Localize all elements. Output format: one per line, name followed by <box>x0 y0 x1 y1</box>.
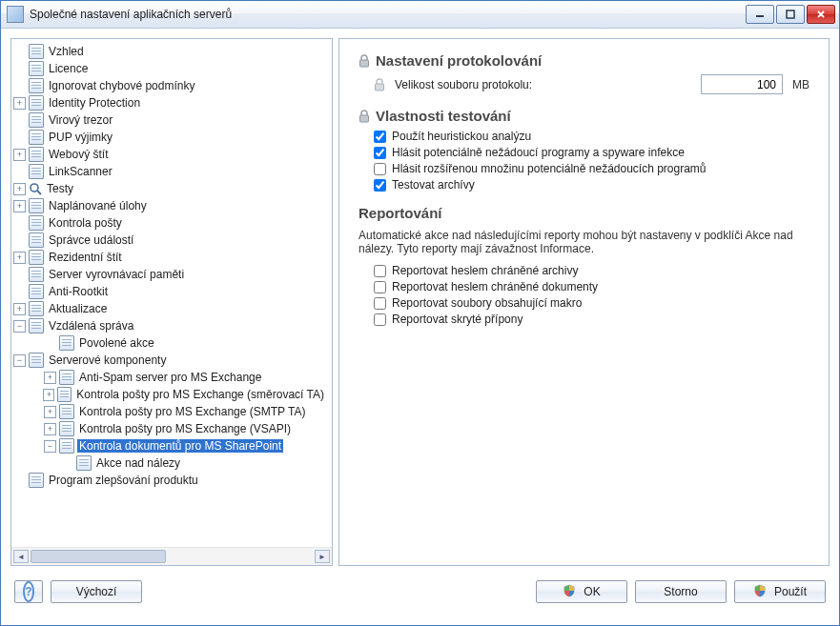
page-icon <box>29 284 44 299</box>
tree-item[interactable]: +Anti-Spam server pro MS Exchange <box>31 369 332 386</box>
help-button[interactable]: ? <box>14 580 43 603</box>
expand-icon[interactable]: + <box>43 389 54 401</box>
test-prop-option[interactable]: Hlásit potenciálně nežádoucí programy a … <box>374 146 809 159</box>
tree-item[interactable]: +Testy <box>13 180 332 197</box>
tree-item[interactable]: Virový trezor <box>13 111 332 129</box>
nav-tree-hscrollbar[interactable]: ◄ ► <box>11 547 332 565</box>
reporting-label: Reportovat soubory obsahující makro <box>392 296 582 310</box>
page-icon <box>29 250 44 265</box>
tree-item[interactable]: +Webový štít <box>13 146 332 163</box>
tree-item[interactable]: +Kontrola pošty pro MS Exchange (VSAPI) <box>31 420 332 437</box>
tree-item[interactable]: −Serverové komponenty <box>13 352 332 369</box>
tree-item-label: Aktualizace <box>47 302 109 315</box>
tree-indent <box>13 475 26 487</box>
close-button[interactable] <box>807 5 835 24</box>
expand-icon[interactable]: + <box>13 183 26 195</box>
tree-item[interactable]: −Vzdálená správa <box>13 317 332 334</box>
page-icon <box>29 198 44 213</box>
tree-item[interactable]: Server vyrovnávací paměti <box>13 266 332 283</box>
tree-item-label: Ignorovat chybové podmínky <box>47 79 196 92</box>
expand-icon[interactable]: + <box>13 97 26 110</box>
tree-indent <box>13 131 26 144</box>
svg-rect-6 <box>360 60 369 67</box>
reporting-option[interactable]: Reportovat heslem chráněné dokumenty <box>374 280 809 293</box>
reporting-option[interactable]: Reportovat skryté přípony <box>374 313 809 326</box>
test-properties-options: Použít heuristickou analýzuHlásit potenc… <box>359 130 809 192</box>
collapse-icon[interactable]: − <box>13 320 26 333</box>
tree-item[interactable]: −Kontrola dokumentů pro MS SharePoint <box>31 437 332 454</box>
test-prop-option[interactable]: Hlásit rozšířenou množinu potenciálně ne… <box>374 162 809 175</box>
defaults-button[interactable]: Výchozí <box>51 580 142 603</box>
reporting-checkbox[interactable] <box>374 265 386 277</box>
tree-item[interactable]: +Kontrola pošty pro MS Exchange (směrova… <box>31 386 332 403</box>
log-file-size-input[interactable] <box>701 74 783 94</box>
reporting-checkbox[interactable] <box>374 281 386 293</box>
tree-indent <box>13 80 26 92</box>
expand-icon[interactable]: + <box>44 423 56 435</box>
reporting-checkbox[interactable] <box>374 313 386 326</box>
scroll-left-arrow-icon[interactable]: ◄ <box>13 550 29 563</box>
tree-item-label: Kontrola pošty pro MS Exchange (směrovac… <box>74 388 326 401</box>
expand-icon[interactable]: + <box>13 200 26 212</box>
tree-item[interactable]: PUP výjimky <box>13 129 332 146</box>
test-prop-option[interactable]: Použít heuristickou analýzu <box>374 130 809 143</box>
test-prop-checkbox[interactable] <box>374 163 386 175</box>
reporting-option[interactable]: Reportovat heslem chráněné archivy <box>374 264 809 277</box>
tree-item-label: Licence <box>47 62 90 75</box>
test-prop-label: Hlásit rozšířenou množinu potenciálně ne… <box>392 162 707 175</box>
tree-item[interactable]: Povolené akce <box>31 334 332 352</box>
collapse-icon[interactable]: − <box>13 354 26 367</box>
tree-item-label: Kontrola pošty <box>47 216 124 230</box>
test-prop-checkbox[interactable] <box>374 147 386 159</box>
detail-panel: Nastavení protokolování Velikost souboru… <box>338 38 830 566</box>
tree-item[interactable]: Ignorovat chybové podmínky <box>13 77 332 94</box>
shield-icon <box>563 584 576 600</box>
tree-item[interactable]: +Rezidentní štít <box>13 249 332 266</box>
page-icon <box>29 301 44 316</box>
expand-icon[interactable]: + <box>44 372 56 384</box>
tree-item[interactable]: +Kontrola pošty pro MS Exchange (SMTP TA… <box>31 403 332 420</box>
test-prop-checkbox[interactable] <box>374 179 386 192</box>
tree-item[interactable]: Program zlepšování produktu <box>13 472 332 489</box>
tree-indent <box>13 46 26 58</box>
page-icon <box>29 353 44 368</box>
tree-item-label: Anti-Spam server pro MS Exchange <box>77 371 263 384</box>
settings-window: Společné nastavení aplikačních serverů V… <box>0 0 840 626</box>
expand-icon[interactable]: + <box>13 252 26 264</box>
expand-icon[interactable]: + <box>13 149 26 161</box>
expand-icon[interactable]: + <box>13 303 26 315</box>
ok-button[interactable]: OK <box>536 580 627 603</box>
reporting-option[interactable]: Reportovat soubory obsahující makro <box>374 296 809 310</box>
tree-item[interactable]: Vzhled <box>13 43 332 60</box>
tree-item[interactable]: +Aktualizace <box>13 300 332 317</box>
tree-item[interactable]: Anti-Rootkit <box>13 283 332 300</box>
apply-button[interactable]: Použít <box>734 580 826 603</box>
tree-item[interactable]: +Naplánované úlohy <box>13 197 332 214</box>
tree-item-label: PUP výjimky <box>47 131 114 144</box>
nav-tree-scroll[interactable]: VzhledLicenceIgnorovat chybové podmínky+… <box>11 39 332 547</box>
tree-item-label: Virový trezor <box>47 113 114 127</box>
scroll-thumb[interactable] <box>31 550 166 563</box>
test-prop-label: Testovat archívy <box>392 178 475 192</box>
tree-item[interactable]: +Identity Protection <box>13 94 332 111</box>
tree-item[interactable]: LinkScanner <box>13 163 332 180</box>
page-icon <box>59 404 74 419</box>
reporting-checkbox[interactable] <box>374 297 386 310</box>
scroll-right-arrow-icon[interactable]: ► <box>315 550 330 563</box>
tree-item[interactable]: Licence <box>13 60 332 77</box>
expand-icon[interactable]: + <box>44 406 56 418</box>
test-prop-checkbox[interactable] <box>374 131 386 143</box>
title-bar: Společné nastavení aplikačních serverů <box>1 1 839 29</box>
tree-item[interactable]: Akce nad nálezy <box>48 454 332 472</box>
collapse-icon[interactable]: − <box>44 440 56 453</box>
tree-item[interactable]: Kontrola pošty <box>13 214 332 232</box>
reporting-label: Reportovat heslem chráněné archivy <box>392 264 578 277</box>
tree-item-label: Rezidentní štít <box>47 251 124 264</box>
maximize-button[interactable] <box>776 5 805 24</box>
cancel-button[interactable]: Storno <box>635 580 727 603</box>
log-file-size-row: Velikost souboru protokolu: MB <box>359 74 809 94</box>
minimize-button[interactable] <box>746 5 774 24</box>
test-prop-option[interactable]: Testovat archívy <box>374 178 809 192</box>
apply-button-label: Použít <box>774 585 807 598</box>
tree-item[interactable]: Správce událostí <box>13 232 332 249</box>
